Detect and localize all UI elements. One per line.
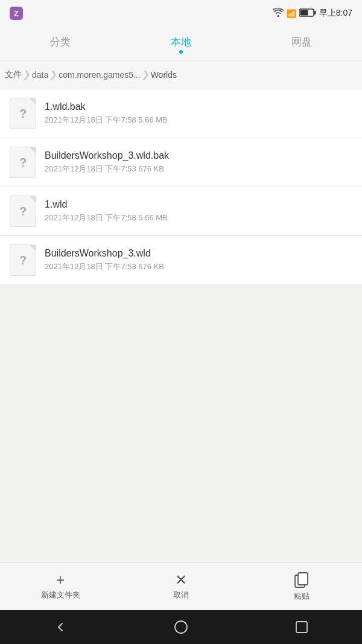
close-icon: ✕: [175, 573, 187, 587]
breadcrumb: 文件 ❯ data ❯ com.moren.games5... ❯ Worlds: [0, 60, 362, 89]
chevron-icon-3: ❯: [141, 69, 150, 80]
back-button[interactable]: [48, 615, 72, 639]
file-name-2: BuildersWorkshop_3.wld.bak: [45, 150, 352, 161]
cancel-button[interactable]: ✕ 取消: [121, 573, 241, 601]
breadcrumb-files[interactable]: 文件: [5, 69, 22, 80]
file-list: ? 1.wld.bak 2021年12月18日 下午7:58 5.66 MB ?…: [0, 89, 362, 562]
new-folder-button[interactable]: + 新建文件夹: [0, 573, 121, 601]
app-icon: Z: [10, 7, 23, 20]
svg-rect-4: [298, 573, 308, 585]
home-button[interactable]: [169, 615, 193, 639]
chevron-icon-2: ❯: [49, 69, 59, 80]
svg-rect-6: [296, 622, 307, 633]
svg-rect-1: [314, 11, 316, 14]
file-icon-3: ?: [10, 196, 36, 227]
bottom-toolbar: + 新建文件夹 ✕ 取消 粘贴: [0, 562, 362, 610]
breadcrumb-data[interactable]: data: [32, 70, 48, 80]
tab-cloud[interactable]: 网盘: [241, 35, 362, 51]
file-icon-2: ?: [10, 147, 36, 178]
recent-button[interactable]: [290, 615, 314, 639]
file-name-4: BuildersWorkshop_3.wld: [45, 248, 352, 259]
status-bar: Z 📶 早上8:07: [0, 0, 362, 27]
tab-classify[interactable]: 分类: [0, 35, 121, 51]
paste-button[interactable]: 粘贴: [241, 572, 362, 602]
new-folder-label: 新建文件夹: [41, 590, 80, 601]
tab-bar: 分类 本地 网盘: [0, 27, 362, 60]
list-item[interactable]: ? 1.wld 2021年12月18日 下午7:58 5.66 MB: [0, 187, 362, 236]
file-meta-2: 2021年12月18日 下午7:53 676 KB: [45, 164, 352, 174]
breadcrumb-com[interactable]: com.moren.games5...: [59, 70, 140, 80]
plus-icon: +: [56, 573, 65, 587]
file-name-3: 1.wld: [45, 199, 352, 210]
list-item[interactable]: ? 1.wld.bak 2021年12月18日 下午7:58 5.66 MB: [0, 89, 362, 138]
breadcrumb-worlds[interactable]: Worlds: [151, 70, 177, 80]
list-item[interactable]: ? BuildersWorkshop_3.wld 2021年12月18日 下午7…: [0, 236, 362, 284]
status-icons: 📶 早上8:07: [273, 8, 352, 19]
paste-icon: [293, 572, 310, 588]
svg-rect-2: [300, 10, 308, 15]
paste-label: 粘贴: [294, 591, 310, 602]
file-icon-1: ?: [10, 98, 36, 129]
status-time: 早上8:07: [319, 8, 352, 19]
app-icon-area: Z: [10, 0, 23, 27]
tab-local[interactable]: 本地: [121, 35, 241, 51]
file-icon-4: ?: [10, 244, 36, 276]
file-meta-4: 2021年12月18日 下午7:53 676 KB: [45, 261, 352, 272]
cancel-label: 取消: [173, 590, 189, 601]
file-meta-3: 2021年12月18日 下午7:58 5.66 MB: [45, 212, 352, 223]
nav-bar: [0, 610, 362, 644]
battery-icon: [299, 8, 316, 19]
file-name-1: 1.wld.bak: [45, 101, 352, 112]
svg-point-5: [175, 621, 187, 633]
file-meta-1: 2021年12月18日 下午7:58 5.66 MB: [45, 115, 352, 126]
list-item[interactable]: ? BuildersWorkshop_3.wld.bak 2021年12月18日…: [0, 138, 362, 187]
chevron-icon-1: ❯: [22, 69, 31, 80]
sim-icon: 📶: [287, 9, 296, 18]
wifi-icon: [273, 8, 284, 19]
